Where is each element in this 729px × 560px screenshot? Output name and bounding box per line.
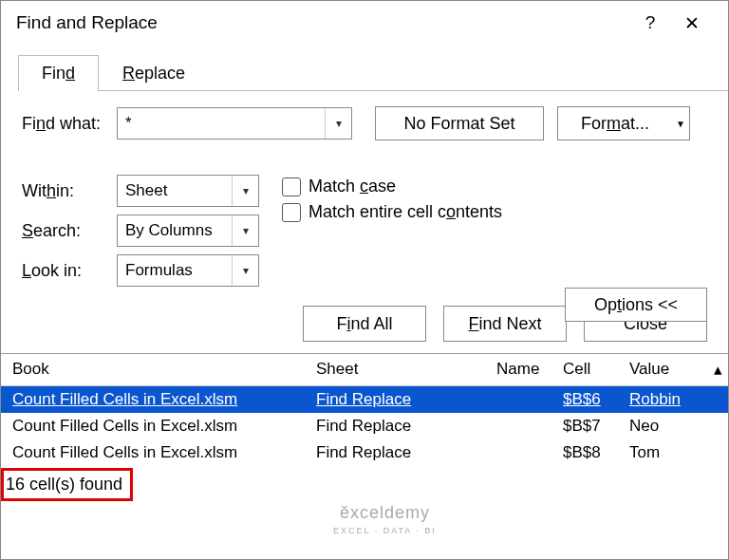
watermark: ĕxceldemyEXCEL · DATA · BI [333, 504, 437, 535]
close-icon[interactable]: ✕ [671, 12, 713, 34]
status-text: 16 cell(s) found [1, 468, 133, 501]
find-what-input[interactable]: * ▾ [117, 107, 352, 140]
find-what-label: Find what: [22, 114, 117, 134]
search-label: Search: [22, 221, 117, 241]
help-button[interactable]: ? [629, 12, 671, 33]
tab-strip: Find Replace [18, 54, 728, 91]
match-case-checkbox[interactable]: Match case [282, 177, 502, 196]
dialog-title: Find and Replace [16, 12, 629, 33]
table-row[interactable]: Count Filled Cells in Excel.xlsm Find Re… [1, 439, 728, 466]
tab-replace[interactable]: Replace [99, 55, 209, 91]
results-header: Book Sheet Name Cell Value ▴ [1, 354, 728, 386]
col-cell[interactable]: Cell [563, 360, 629, 380]
within-label: Within: [22, 181, 117, 201]
options-button[interactable]: Options << [565, 288, 707, 322]
match-entire-checkbox[interactable]: Match entire cell contents [282, 202, 502, 222]
table-row[interactable]: Count Filled Cells in Excel.xlsm Find Re… [1, 413, 728, 439]
search-select[interactable]: By Columns ▾ [117, 215, 259, 247]
col-name[interactable]: Name [496, 360, 563, 380]
lookin-label: Look in: [22, 261, 117, 281]
format-button[interactable]: Format... ▼ [557, 106, 690, 140]
chevron-down-icon[interactable]: ▾ [325, 108, 351, 139]
within-select[interactable]: Sheet ▾ [117, 175, 259, 207]
title-bar: Find and Replace ? ✕ [1, 1, 728, 45]
checkbox-icon [282, 177, 301, 196]
chevron-down-icon[interactable]: ▾ [232, 176, 258, 206]
col-book[interactable]: Book [12, 360, 316, 380]
find-all-button[interactable]: Find All [303, 306, 426, 342]
find-what-value: * [118, 114, 325, 133]
results-list: Book Sheet Name Cell Value ▴ Count Fille… [1, 353, 728, 466]
checkbox-icon [282, 203, 301, 222]
col-sheet[interactable]: Sheet [316, 360, 496, 380]
find-panel: Find what: * ▾ No Format Set Format... ▼… [1, 91, 728, 290]
tab-find[interactable]: Find [18, 55, 99, 91]
chevron-down-icon[interactable]: ▾ [232, 215, 258, 246]
chevron-down-icon[interactable]: ▾ [232, 255, 258, 286]
col-value[interactable]: Value [629, 360, 709, 380]
table-row[interactable]: Count Filled Cells in Excel.xlsm Find Re… [1, 386, 728, 413]
caret-down-icon[interactable]: ▼ [672, 119, 689, 129]
no-format-button[interactable]: No Format Set [375, 106, 544, 140]
find-next-button[interactable]: Find Next [443, 306, 567, 342]
scrollbar-up-icon[interactable]: ▴ [709, 360, 726, 380]
lookin-select[interactable]: Formulas ▾ [117, 254, 259, 287]
